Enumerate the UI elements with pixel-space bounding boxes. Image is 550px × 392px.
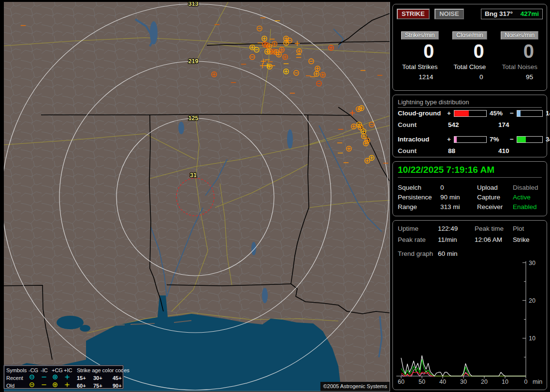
svg-text:0: 0 — [524, 378, 528, 385]
cg-negative-bar — [517, 110, 543, 117]
map-canvas: 31321912531 — [4, 2, 390, 391]
plus-sign: + — [447, 136, 454, 143]
status-panel: 10/22/2025 7:19:16 AM Squelch 0 Upload D… — [392, 161, 547, 216]
strikes-per-min-chip: Strikes/min — [401, 31, 439, 40]
cg-negative-count: 174 — [498, 121, 509, 128]
intracloud-row: Intracloud + 7% − 34% — [398, 136, 544, 143]
count-label: Count — [398, 147, 448, 154]
legend-header-cgn: -CG — [29, 366, 41, 374]
distribution-panel: Lightning type distribution Cloud-ground… — [392, 95, 547, 157]
svg-text:10: 10 — [502, 378, 508, 385]
minus-sign: − — [510, 110, 517, 117]
range-value: 313 mi — [440, 203, 477, 210]
ic-negative-bar — [517, 136, 543, 143]
peak-time-value: 12:06 AM — [475, 236, 513, 243]
old-cg-plus-icon — [52, 382, 64, 390]
capture-value: Active — [513, 194, 544, 201]
radar-map[interactable]: 31321912531 Symbols -CG -IC +CG +IC Stri… — [4, 2, 390, 392]
bearing-distance: 427mi — [521, 10, 539, 17]
svg-text:313: 313 — [188, 2, 199, 7]
plot-label: Plot — [513, 225, 544, 232]
close-per-min-value: 0 — [445, 41, 494, 62]
ic-negative-count: 410 — [498, 147, 509, 154]
plus-sign: + — [447, 110, 454, 117]
recent-ic-minus-icon — [41, 374, 52, 382]
total-noises-value: 95 — [495, 73, 545, 81]
copyright-note: ©2005 Astrogenic Systems — [320, 382, 390, 391]
status-row-1: Squelch 0 Upload Disabled — [398, 184, 544, 191]
upload-label: Upload — [477, 184, 513, 191]
age-60: 60+ — [77, 382, 93, 390]
persistence-value: 90 min — [440, 194, 477, 201]
uptime-value: 122:49 — [438, 225, 475, 232]
ic-positive-pct: 7% — [487, 136, 510, 143]
svg-text:60: 60 — [398, 378, 405, 385]
receiver-label: Receiver — [477, 203, 513, 210]
svg-text:20: 20 — [481, 378, 488, 385]
cloud-ground-label: Cloud-ground — [398, 110, 447, 117]
bearing-label: Bng 317° — [485, 10, 513, 17]
noises-counter: Noises/min 0 Total Noises 95 — [495, 31, 545, 81]
session-row-2: Peak rate 11/min 12:06 AM Strike — [398, 236, 544, 243]
peak-rate-label: Peak rate — [398, 236, 438, 243]
legend-header-symbols: Symbols — [6, 366, 29, 374]
ic-negative-pct: 34% — [543, 136, 550, 143]
status-row-3: Range 313 mi Receiver Enabled — [398, 203, 544, 210]
ic-positive-count: 88 — [448, 147, 498, 154]
status-row-2: Persistence 90 min Capture Active — [398, 194, 544, 201]
recent-cg-minus-icon — [29, 374, 41, 382]
legend-row-recent-label: Recent — [6, 374, 29, 382]
age-45: 45+ — [113, 374, 130, 382]
capture-label: Capture — [477, 194, 513, 201]
upload-value: Disabled — [513, 184, 544, 191]
cloud-ground-counts: Count 542 174 — [398, 121, 509, 128]
counter-columns: Strikes/min 0 Total Strikes 1214 Close/m… — [395, 31, 545, 81]
count-label: Count — [398, 121, 448, 128]
age-90: 90+ — [113, 382, 130, 390]
receiver-value: Enabled — [513, 203, 544, 210]
squelch-value: 0 — [440, 184, 477, 191]
intracloud-label: Intracloud — [398, 136, 447, 143]
total-strikes-value: 1214 — [395, 73, 445, 81]
cg-positive-bar — [454, 110, 487, 117]
noises-per-min-chip: Noises/min — [501, 31, 538, 40]
old-cg-minus-icon — [29, 382, 41, 390]
svg-text:125: 125 — [188, 115, 199, 122]
cg-positive-count: 542 — [448, 121, 498, 128]
trend-graph: 1020306050403020100min — [393, 258, 547, 390]
svg-text:30: 30 — [529, 260, 536, 266]
total-close-value: 0 — [445, 73, 494, 81]
intracloud-counts: Count 88 410 — [398, 147, 509, 154]
plot-value: Strike — [513, 236, 544, 243]
svg-text:219: 219 — [188, 58, 199, 65]
total-noises-label: Total Noises — [495, 63, 545, 70]
strikes-counter: Strikes/min 0 Total Strikes 1214 — [395, 31, 445, 81]
counters-panel: STRIKE NOISE Bng 317° 427mi Strikes/min … — [392, 4, 547, 91]
trend-row: Trend graph 60 min — [398, 250, 544, 257]
svg-text:10: 10 — [529, 335, 536, 342]
cloud-ground-row: Cloud-ground + 45% − 14% — [398, 110, 544, 117]
mode-button-row: STRIKE NOISE Bng 317° 427mi — [397, 9, 543, 20]
cg-negative-pct: 14% — [543, 110, 550, 117]
age-15: 15+ — [77, 374, 93, 382]
old-ic-plus-icon — [64, 382, 77, 390]
strike-mode-button[interactable]: STRIKE — [397, 9, 430, 19]
svg-text:30: 30 — [460, 378, 467, 385]
persistence-label: Persistence — [398, 194, 440, 201]
svg-text:20: 20 — [529, 297, 536, 304]
legend-row-old-label: Old — [6, 382, 29, 390]
sidebar: STRIKE NOISE Bng 317° 427mi Strikes/min … — [392, 4, 548, 390]
session-panel: Uptime 122:49 Peak time Plot Peak rate 1… — [392, 220, 547, 390]
session-row-1: Uptime 122:49 Peak time Plot — [398, 225, 544, 232]
svg-text:40: 40 — [439, 378, 446, 385]
trend-graph-label: Trend graph — [398, 250, 438, 257]
ic-positive-bar — [454, 136, 487, 143]
peak-rate-value: 11/min — [438, 236, 475, 243]
svg-text:min: min — [533, 378, 542, 385]
noise-mode-button[interactable]: NOISE — [434, 9, 463, 19]
age-30: 30+ — [93, 374, 113, 382]
cg-positive-pct: 45% — [487, 110, 510, 117]
trend-graph-value: 60 min — [438, 250, 544, 257]
legend-header-icp: +IC — [64, 366, 77, 374]
range-label: Range — [398, 203, 440, 210]
